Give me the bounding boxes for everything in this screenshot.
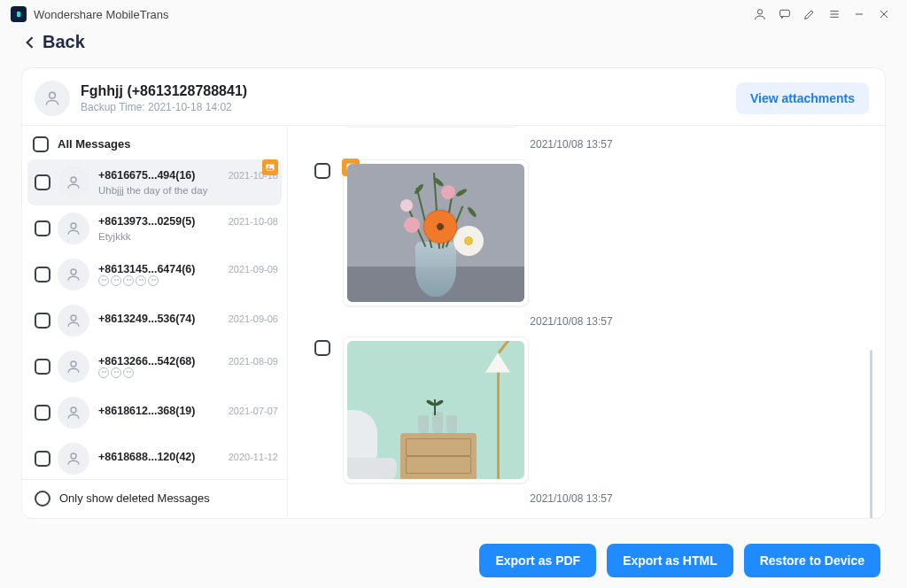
view-attachments-button[interactable]: View attachments [736,82,869,114]
conversation-item[interactable]: +8618612...368(19)2021-07-07 [22,390,287,436]
svg-point-7 [268,166,270,167]
close-icon[interactable] [872,2,896,27]
conversation-name: +8613266...542(68) [98,355,195,368]
conversation-name: +8613249...536(74) [98,313,195,325]
conversation-name: +8618612...368(19) [98,405,195,417]
person-icon [66,220,81,236]
person-icon [66,313,81,329]
card-header: Fghhjj (+8613128788841) Backup Time: 202… [22,68,885,126]
scrollbar-thumb[interactable] [870,350,872,519]
conversation-date: 2021-09-06 [221,313,278,324]
conversation-item[interactable]: +8613249...536(74)2021-09-06 [22,298,287,344]
app-logo [11,6,27,22]
contact-title: Fghhjj (+8613128788841) [81,83,247,99]
conversation-list: +8616675...494(16)2021-10-18Uhbjjj the d… [22,159,287,479]
minimize-icon[interactable] [847,2,872,27]
message-block: 2021/10/08 13:57 [314,138,864,306]
conversation-checkbox[interactable] [35,405,50,421]
back-label: Back [43,32,85,52]
message-row [314,159,864,306]
emoji-preview [98,368,278,378]
conversation-date: 2021-08-09 [221,356,278,367]
conversation-date: 2021-10-08 [221,216,278,227]
all-messages-checkbox[interactable] [33,136,49,152]
message-block: 2021/10/08 13:57 [314,315,864,484]
conversation-name: +8613973...0259(5) [98,215,195,228]
footer-actions: Export as PDF Export as HTML Restore to … [479,544,880,577]
person-icon [43,89,61,107]
svg-point-5 [71,177,76,182]
chevron-left-icon [21,34,39,51]
conversation-checkbox[interactable] [35,359,50,375]
conversation-item[interactable]: +8616675...494(16)2021-10-18Uhbjjj the d… [27,159,282,205]
svg-point-12 [71,407,76,413]
menu-icon[interactable] [822,2,847,27]
message-pane[interactable]: 2021/10/08 13:572021/10/08 13:572021/10/… [288,126,885,517]
person-icon [66,174,81,190]
conversation-avatar [58,305,89,337]
conversation-avatar [58,351,89,383]
svg-point-13 [71,453,76,459]
title-bar: Wondershare MobileTrans [0,0,907,28]
account-icon[interactable] [748,2,772,27]
svg-point-10 [71,315,76,321]
feedback-icon[interactable] [772,2,797,27]
all-messages-row[interactable]: All Messages [22,129,287,159]
svg-point-4 [50,92,56,98]
conversation-preview: Uhbjjj the day of the day [98,185,278,196]
person-icon [66,359,81,375]
conversation-checkbox[interactable] [35,174,50,190]
message-timestamp: 2021/10/08 13:57 [314,315,864,328]
conversation-date: 2020-11-12 [221,452,278,462]
conversation-name: +8613145...6474(6) [98,263,195,275]
only-deleted-label: Only show deleted Messages [59,491,210,505]
conversation-checkbox[interactable] [35,313,50,329]
message-image[interactable] [343,159,529,306]
emoji-preview [98,275,278,286]
message-image[interactable] [343,337,529,484]
message-block: 2021/10/08 13:57 [314,492,864,505]
edit-icon[interactable] [797,2,822,27]
conversation-name: +8616675...494(16) [98,169,195,182]
room-photo [347,341,524,479]
contact-avatar [35,81,70,116]
message-checkbox[interactable] [314,163,330,179]
main-card: Fghhjj (+8613128788841) Backup Time: 202… [21,67,886,519]
person-icon [66,405,81,421]
message-row [314,337,864,484]
contact-subtitle: Backup Time: 2021-10-18 14:02 [81,101,247,113]
conversation-item[interactable]: +8613973...0259(5)2021-10-08Etyjkkk [22,205,287,251]
conversation-item[interactable]: +8613266...542(68)2021-08-09 [22,344,287,390]
conversation-checkbox[interactable] [35,267,50,282]
conversation-date: 2021-07-07 [221,406,278,416]
conversation-item[interactable]: +8618688...120(42)2020-11-12 [22,436,287,479]
only-deleted-radio[interactable] [35,491,50,507]
message-timestamp: 2021/10/08 13:57 [314,492,864,505]
message-checkbox[interactable] [314,340,330,356]
svg-point-8 [71,223,76,228]
flower-photo [347,164,524,302]
person-icon [66,451,81,467]
export-pdf-button[interactable]: Export as PDF [479,544,596,577]
restore-device-button[interactable]: Restore to Device [744,544,880,577]
back-button[interactable]: Back [21,32,85,52]
conversation-avatar [58,259,89,290]
conversation-checkbox[interactable] [35,451,50,467]
conversation-preview: Etyjkkk [98,231,278,242]
conversation-checkbox[interactable] [35,220,50,236]
image-badge-icon [262,159,278,175]
person-icon [66,267,81,282]
svg-point-11 [71,361,76,367]
svg-rect-3 [780,10,790,16]
conversation-date: 2021-09-09 [221,264,278,275]
only-deleted-row[interactable]: Only show deleted Messages [22,479,287,517]
conversation-avatar [58,443,89,475]
previous-message-stub [343,126,520,128]
svg-rect-1 [17,12,20,17]
export-html-button[interactable]: Export as HTML [607,544,733,577]
all-messages-label: All Messages [58,137,130,151]
app-name: Wondershare MobileTrans [34,8,168,21]
conversation-item[interactable]: +8613145...6474(6)2021-09-09 [22,251,287,298]
message-timestamp: 2021/10/08 13:57 [314,138,864,151]
conversation-avatar [58,213,89,244]
